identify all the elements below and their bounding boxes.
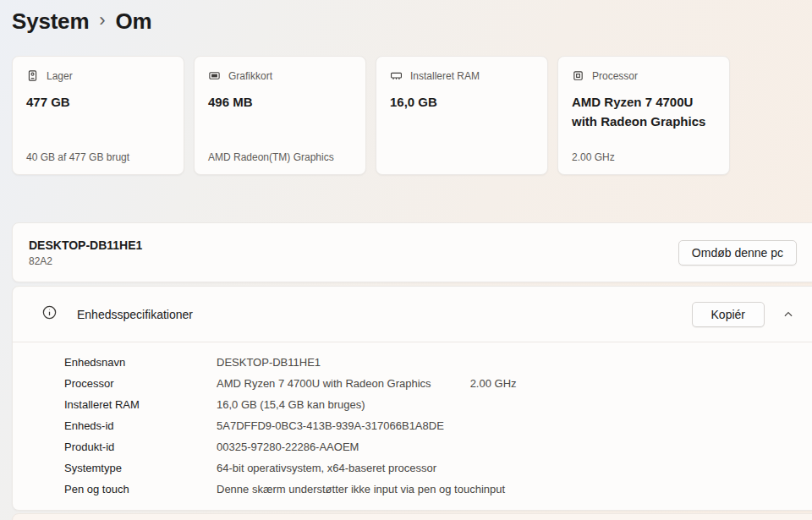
- spec-value: 5A7DFFD9-0BC3-413B-939A-317066B1A8DE: [217, 419, 444, 432]
- device-name-block: DESKTOP-DB11HE1 82A2: [29, 238, 142, 266]
- spec-value: 64-bit operativsystem, x64-baseret proce…: [217, 462, 436, 474]
- card-storage: Lager 477 GB 40 GB af 477 GB brugt: [12, 56, 184, 175]
- gpu-icon: [208, 69, 221, 82]
- spec-value: AMD Ryzen 7 4700U with Radeon Graphics: [217, 377, 431, 390]
- spec-row-product-id: Produkt-id 00325-97280-22286-AAOEM: [64, 436, 812, 457]
- spec-label: Enheds-id: [64, 419, 217, 432]
- card-detail: 40 GB af 477 GB brugt: [26, 151, 170, 163]
- spec-label: Pen og touch: [64, 483, 217, 495]
- card-value: 16,0 GB: [390, 93, 534, 112]
- device-specs-title: Enhedsspecifikationer: [77, 308, 193, 321]
- device-model: 82A2: [29, 255, 142, 267]
- device-specs-expander: Enhedsspecifikationer Kopiér Enhedsnavn …: [12, 286, 812, 511]
- info-icon: [41, 304, 58, 324]
- card-detail: [390, 151, 534, 163]
- spec-label: Systemtype: [64, 462, 217, 474]
- card-label: Grafikkort: [228, 70, 272, 82]
- ram-icon: [390, 69, 403, 82]
- card-value: AMD Ryzen 7 4700U with Radeon Graphics: [572, 93, 716, 131]
- spec-row-system-type: Systemtype 64-bit operativsystem, x64-ba…: [64, 457, 812, 479]
- card-detail: 2.00 GHz: [572, 151, 716, 163]
- spec-value: Denne skærm understøtter ikke input via …: [217, 483, 505, 495]
- card-label: Lager: [47, 70, 73, 82]
- spec-label: Enhedsnavn: [64, 356, 217, 369]
- chevron-up-icon[interactable]: [781, 307, 796, 322]
- storage-icon: [26, 69, 39, 82]
- settings-page: System › Om Lager 477 GB 40 GB af 477 GB…: [0, 0, 812, 520]
- card-detail: AMD Radeon(TM) Graphics: [208, 151, 352, 163]
- spec-row-device-id: Enheds-id 5A7DFFD9-0BC3-413B-939A-317066…: [64, 415, 812, 436]
- cpu-icon: [572, 69, 584, 82]
- next-card-sliver: [12, 513, 812, 520]
- device-name-card: DESKTOP-DB11HE1 82A2 Omdøb denne pc: [12, 222, 812, 282]
- spec-value: DESKTOP-DB11HE1: [217, 356, 321, 369]
- page-title: Om: [115, 8, 151, 35]
- card-gpu: Grafikkort 496 MB AMD Radeon(TM) Graphic…: [194, 56, 366, 175]
- spec-label: Produkt-id: [64, 441, 217, 453]
- breadcrumb: System › Om: [12, 8, 151, 35]
- spec-row-device-name: Enhedsnavn DESKTOP-DB11HE1: [64, 352, 812, 373]
- card-value: 496 MB: [208, 93, 352, 112]
- spec-row-processor: Processor AMD Ryzen 7 4700U with Radeon …: [64, 373, 812, 394]
- card-ram: Installeret RAM 16,0 GB: [376, 56, 548, 175]
- spec-value: 16,0 GB (15,4 GB kan bruges): [217, 398, 365, 411]
- copy-button[interactable]: Kopiér: [692, 302, 765, 327]
- device-specs-table: Enhedsnavn DESKTOP-DB11HE1 Processor AMD…: [13, 342, 812, 510]
- spec-extra: 2.00 GHz: [470, 377, 517, 390]
- rename-pc-button[interactable]: Omdøb denne pc: [678, 240, 797, 265]
- card-value: 477 GB: [26, 93, 170, 112]
- spec-label: Installeret RAM: [64, 398, 217, 411]
- card-label: Processor: [592, 70, 638, 82]
- device-specs-header[interactable]: Enhedsspecifikationer Kopiér: [13, 287, 812, 342]
- breadcrumb-chevron-icon: ›: [99, 9, 105, 34]
- spec-value: 00325-97280-22286-AAOEM: [217, 441, 359, 453]
- breadcrumb-system[interactable]: System: [12, 8, 89, 35]
- card-label: Installeret RAM: [410, 70, 480, 82]
- spec-label: Processor: [64, 377, 217, 390]
- device-name: DESKTOP-DB11HE1: [29, 238, 142, 253]
- spec-row-pen-touch: Pen og touch Denne skærm understøtter ik…: [64, 479, 812, 500]
- summary-cards: Lager 477 GB 40 GB af 477 GB brugt Grafi…: [12, 56, 730, 175]
- spec-row-ram: Installeret RAM 16,0 GB (15,4 GB kan bru…: [64, 394, 812, 415]
- card-processor: Processor AMD Ryzen 7 4700U with Radeon …: [557, 56, 730, 175]
